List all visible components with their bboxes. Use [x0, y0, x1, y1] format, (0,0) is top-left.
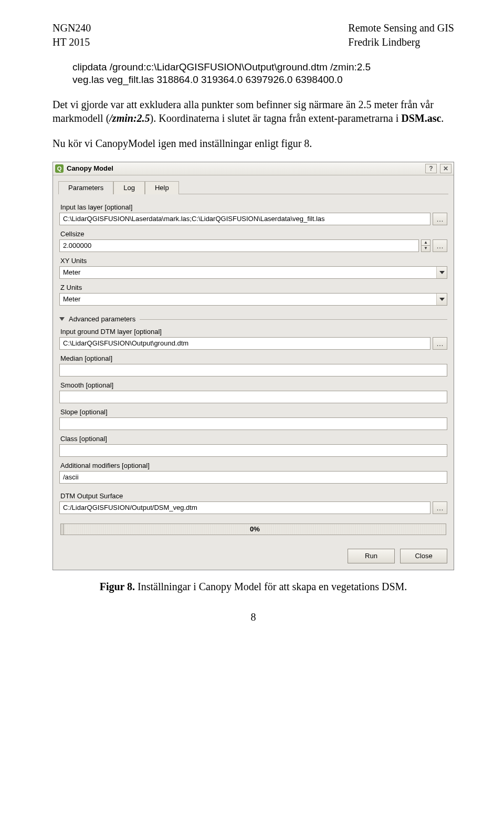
smooth-field[interactable] [59, 391, 447, 403]
paragraph-2: Nu kör vi CanopyModel igen med inställni… [52, 137, 454, 150]
ground-dtm-field[interactable] [59, 337, 430, 350]
canopy-model-dialog: Q Canopy Model ? ✕ Parameters Log Help I… [52, 162, 454, 570]
header-right-top: Remote Sensing and GIS [348, 21, 454, 35]
ground-dtm-label: Input ground DTM layer [optional] [59, 323, 447, 337]
cellsize-field[interactable] [59, 239, 419, 252]
run-button[interactable]: Run [348, 549, 395, 563]
figure-caption: Figur 8. Inställningar i Canopy Model fö… [52, 580, 454, 593]
median-field[interactable] [59, 364, 447, 376]
tab-parameters[interactable]: Parameters [58, 181, 113, 194]
slope-label: Slope [optional] [59, 403, 447, 417]
additional-modifiers-field[interactable] [59, 471, 447, 484]
output-surface-label: DTM Output Surface [59, 484, 447, 501]
header-right-bottom: Fredrik Lindberg [348, 35, 454, 49]
median-label: Median [optional] [59, 350, 447, 364]
advanced-parameters-toggle[interactable]: Advanced parameters [59, 315, 447, 323]
output-surface-field[interactable] [59, 501, 430, 514]
input-las-label: Input las layer [optional] [59, 198, 447, 213]
ground-dtm-browse-button[interactable]: … [433, 337, 447, 350]
progress-bar: 0% [60, 524, 446, 535]
help-button[interactable]: ? [425, 164, 437, 173]
code-block: clipdata /ground:c:\LidarQGISFUSION\Outp… [72, 61, 454, 86]
slope-field[interactable] [59, 417, 447, 430]
progress-text: 0% [250, 525, 260, 533]
tab-log[interactable]: Log [113, 181, 145, 194]
tab-help[interactable]: Help [145, 181, 179, 194]
page-number: 8 [52, 611, 454, 623]
z-units-select[interactable] [59, 293, 447, 306]
cellsize-extra-button[interactable]: … [433, 239, 447, 252]
paragraph-1: Det vi gjorde var att exkludera alla pun… [52, 98, 454, 125]
class-label: Class [optional] [59, 430, 447, 444]
chevron-down-icon[interactable] [436, 294, 447, 305]
tab-strip: Parameters Log Help [53, 175, 454, 194]
page-header: NGN240 HT 2015 Remote Sensing and GIS Fr… [52, 21, 454, 49]
z-units-label: Z Units [59, 279, 447, 293]
xy-units-select[interactable] [59, 266, 447, 279]
close-icon[interactable]: ✕ [440, 164, 452, 173]
header-left-top: NGN240 [52, 21, 91, 35]
input-las-browse-button[interactable]: … [433, 213, 447, 225]
triangle-down-icon [59, 317, 65, 321]
cellsize-stepper[interactable]: ▲▼ [421, 239, 430, 252]
cellsize-label: Cellsize [59, 225, 447, 239]
advanced-parameters-label: Advanced parameters [69, 315, 135, 323]
qgis-icon: Q [55, 164, 64, 173]
chevron-down-icon[interactable] [436, 267, 447, 278]
dialog-title: Canopy Model [67, 164, 113, 172]
titlebar: Q Canopy Model ? ✕ [53, 162, 454, 175]
xy-units-label: XY Units [59, 252, 447, 266]
input-las-field[interactable] [59, 213, 430, 225]
header-left-bottom: HT 2015 [52, 35, 91, 49]
close-button[interactable]: Close [400, 549, 447, 563]
output-surface-browse-button[interactable]: … [433, 501, 447, 514]
smooth-label: Smooth [optional] [59, 376, 447, 391]
additional-modifiers-label: Additional modifiers [optional] [59, 457, 447, 471]
class-field[interactable] [59, 444, 447, 457]
